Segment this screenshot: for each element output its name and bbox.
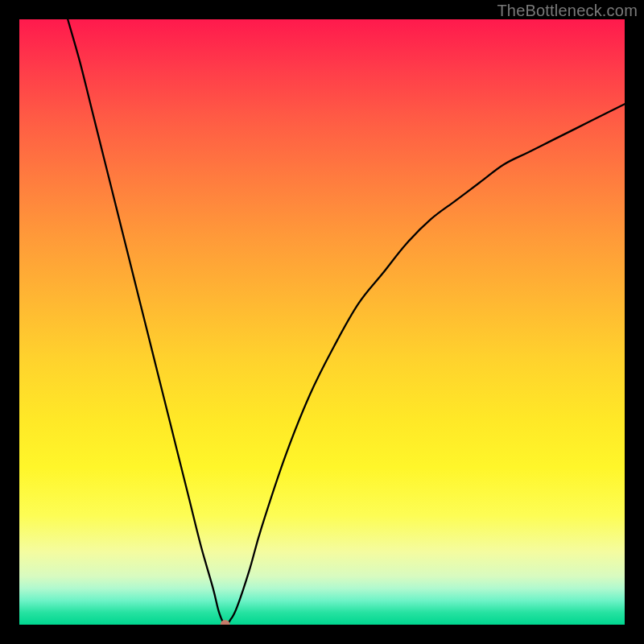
chart-frame: TheBottleneck.com xyxy=(0,0,644,644)
bottleneck-curve-svg xyxy=(19,19,625,625)
plot-area xyxy=(19,19,625,625)
watermark-text: TheBottleneck.com xyxy=(497,2,638,20)
bottleneck-curve-path xyxy=(68,19,625,625)
